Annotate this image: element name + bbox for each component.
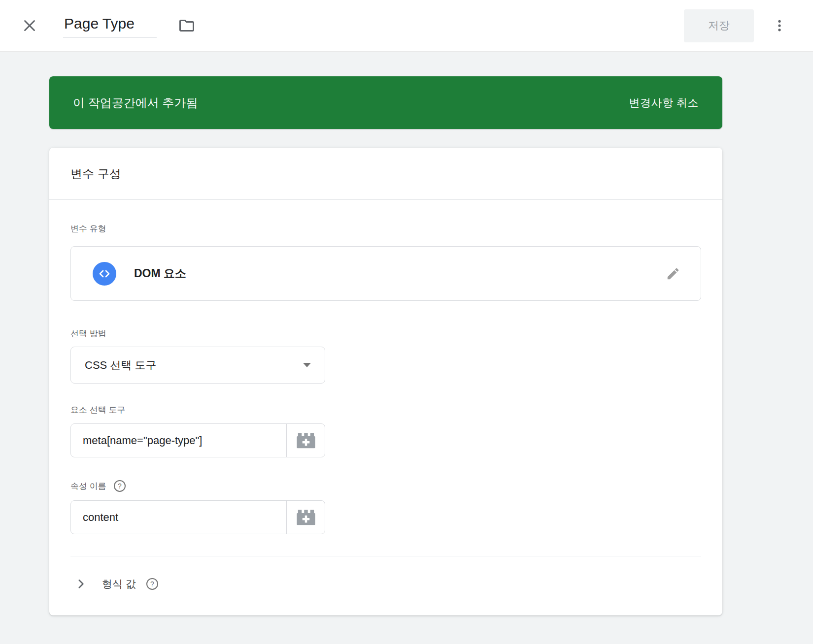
help-icon[interactable]: ? bbox=[113, 480, 126, 492]
variable-name-input[interactable]: Page Type bbox=[63, 14, 157, 38]
kebab-menu-button[interactable] bbox=[769, 15, 790, 36]
variable-type-box[interactable]: DOM 요소 bbox=[70, 246, 701, 301]
variable-brick-icon bbox=[296, 509, 316, 526]
svg-text:?: ? bbox=[150, 580, 154, 588]
selection-method-select[interactable]: CSS 선택 도구 bbox=[70, 347, 325, 384]
format-value-label: 형식 값 bbox=[102, 577, 136, 591]
close-button[interactable] bbox=[20, 16, 39, 35]
selection-method-value: CSS 선택 도구 bbox=[85, 358, 156, 373]
attribute-name-label: 속성 이름 bbox=[70, 481, 106, 492]
chevron-right-icon bbox=[74, 578, 87, 590]
save-button[interactable]: 저장 bbox=[684, 9, 754, 42]
banner-message: 이 작업공간에서 추가됨 bbox=[73, 95, 198, 111]
folder-button[interactable] bbox=[176, 15, 197, 36]
insert-variable-button[interactable] bbox=[286, 424, 325, 457]
element-selector-label: 요소 선택 도구 bbox=[70, 404, 701, 416]
discard-changes-link[interactable]: 변경사항 취소 bbox=[629, 96, 699, 110]
card-title: 변수 구성 bbox=[70, 166, 121, 182]
close-icon bbox=[21, 17, 38, 34]
card-body: 변수 유형 DOM 요소 선택 방법 CSS 선택 도구 bbox=[49, 223, 722, 615]
pencil-icon bbox=[666, 266, 680, 281]
attribute-name-input[interactable] bbox=[71, 501, 286, 534]
card-header: 변수 구성 bbox=[49, 148, 722, 200]
workspace-banner: 이 작업공간에서 추가됨 변경사항 취소 bbox=[49, 76, 722, 129]
variable-type-value: DOM 요소 bbox=[134, 266, 186, 281]
variable-brick-icon bbox=[296, 432, 316, 450]
section-divider bbox=[70, 556, 701, 556]
variable-config-card: 변수 구성 변수 유형 DOM 요소 선 bbox=[49, 148, 722, 615]
edit-variable-type-button[interactable] bbox=[664, 265, 682, 283]
insert-variable-button[interactable] bbox=[286, 501, 325, 534]
top-bar: Page Type 저장 bbox=[0, 0, 813, 52]
selection-method-label: 선택 방법 bbox=[70, 328, 701, 339]
svg-text:?: ? bbox=[118, 482, 122, 490]
element-selector-field bbox=[70, 423, 325, 457]
page-content: 이 작업공간에서 추가됨 변경사항 취소 변수 구성 변수 유형 DOM 요소 bbox=[0, 52, 813, 615]
variable-type-label: 변수 유형 bbox=[70, 223, 701, 234]
help-icon[interactable]: ? bbox=[146, 578, 159, 590]
element-selector-input[interactable] bbox=[71, 424, 286, 457]
folder-icon bbox=[178, 17, 196, 34]
code-icon bbox=[98, 267, 111, 281]
kebab-menu-icon bbox=[772, 18, 787, 33]
format-value-toggle[interactable]: 형식 값 ? bbox=[70, 577, 701, 591]
dom-element-badge bbox=[93, 262, 116, 286]
dropdown-arrow-icon bbox=[303, 363, 311, 367]
attribute-name-field bbox=[70, 500, 325, 534]
